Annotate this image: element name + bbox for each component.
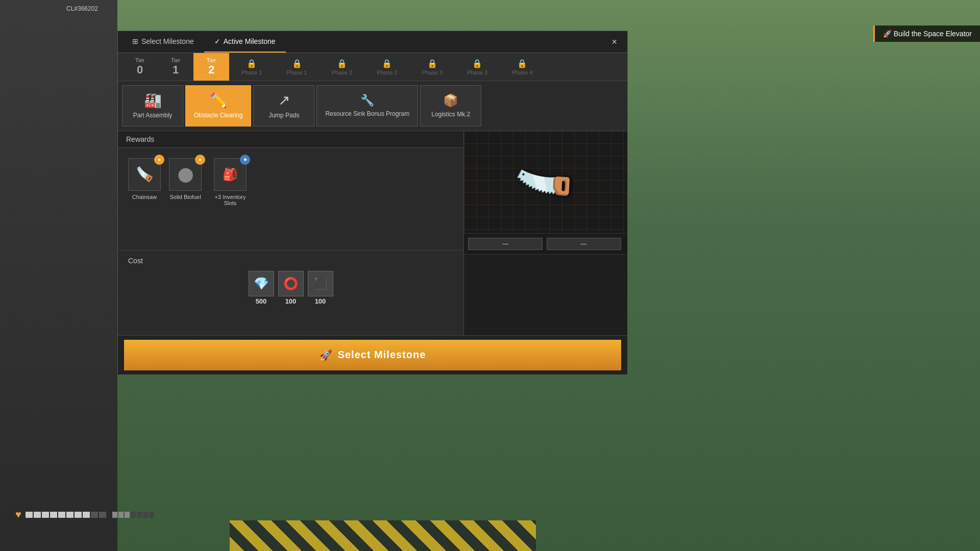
phase-lock-5[interactable]: 🔒 Phase 3: [410, 53, 455, 81]
milestone-obstacle-clearing[interactable]: ✏️ Obstacle Clearing: [185, 85, 251, 127]
tier-1-button[interactable]: Tier 1: [158, 53, 193, 81]
obstacle-clearing-label: Obstacle Clearing: [194, 112, 242, 120]
hud-seg2-6: [143, 512, 148, 518]
milestone-resource-sink[interactable]: 🔧 Resource Sink Bonus Program: [316, 85, 418, 127]
chainsaw-icon-wrap: 🪚 ●: [128, 158, 161, 191]
solid-biofuel-badge: ●: [195, 155, 205, 165]
hud-seg2-4: [131, 512, 136, 518]
hud-seg2-5: [137, 512, 142, 518]
health-seg-3: [42, 512, 49, 518]
rewards-area: 🪚 ● Chainsaw ⬤ ● Solid Biofuel 🎒 ★: [118, 148, 463, 250]
resource-sink-icon: 🔧: [360, 94, 374, 107]
tab-active-milestone[interactable]: ✓ Active Milestone: [204, 31, 286, 53]
reward-solid-biofuel: ⬤ ● Solid Biofuel: [169, 158, 202, 240]
rocket-icon: 🚀: [320, 349, 333, 361]
health-seg-1: [26, 512, 33, 518]
phase-lock-6[interactable]: 🔒 Phase 3: [455, 53, 500, 81]
iron-rods-icon-symbol: ⭕: [283, 277, 299, 291]
obstacle-clearing-icon: ✏️: [209, 92, 227, 109]
hud-seg2-7: [149, 512, 154, 518]
cost-iron-rods: ⭕ 100: [278, 271, 304, 305]
iron-plates-icon: 💎: [249, 271, 274, 296]
hud-seg2-2: [118, 512, 124, 518]
wire-icon-symbol: ⬛: [313, 277, 327, 290]
preview-btn-1[interactable]: —: [468, 238, 543, 250]
lock-icon-2: 🔒: [292, 59, 302, 68]
floor-hazard: [230, 520, 536, 551]
tab-active-label: Active Milestone: [224, 37, 276, 45]
phase-lock-6-label: Phase 3: [467, 69, 487, 76]
hud-seg2-3: [125, 512, 130, 518]
part-assembly-icon: 🏭: [144, 92, 162, 109]
select-milestone-button[interactable]: 🚀 Select Milestone: [124, 340, 621, 370]
milestone-jump-pads[interactable]: ↗ Jump Pads: [253, 85, 314, 127]
phase-lock-2[interactable]: 🔒 Phase 1: [274, 53, 319, 81]
tab-select-label: Select Milestone: [141, 37, 194, 45]
tier-0-label: Tier: [135, 57, 145, 63]
health-seg-6: [66, 512, 74, 518]
health-bar: [26, 512, 106, 518]
lock-icon-1: 🔒: [247, 59, 257, 68]
hud-bottom: ♥: [15, 509, 154, 520]
jump-pads-label: Jump Pads: [268, 112, 299, 120]
phase-lock-7[interactable]: 🔒 Phase 4: [500, 53, 545, 81]
lock-icon-6: 🔒: [472, 59, 482, 68]
reward-chainsaw: 🪚 ● Chainsaw: [128, 158, 161, 240]
jump-pads-icon: ↗: [278, 92, 290, 109]
tier-0-num: 0: [137, 63, 143, 77]
iron-plates-amount: 500: [256, 297, 267, 305]
inventory-slots-icon-wrap: 🎒 ★: [214, 158, 247, 191]
wire-icon: ⬛: [308, 271, 333, 296]
phase-lock-1-label: Phase 1: [241, 69, 262, 76]
phase-lock-7-label: Phase 4: [512, 69, 532, 76]
modal-tabs: ⊞ Select Milestone ✓ Active Milestone ×: [118, 31, 627, 53]
lock-icon-5: 🔒: [427, 59, 437, 68]
preview-btn-2[interactable]: —: [547, 238, 621, 250]
health-seg-9: [91, 512, 98, 518]
select-milestone-label: Select Milestone: [338, 349, 426, 361]
milestone-logistics-mk2[interactable]: 📦 Logistics Mk.2: [420, 85, 481, 127]
resource-sink-label: Resource Sink Bonus Program: [325, 110, 409, 118]
lock-icon-7: 🔒: [517, 59, 527, 68]
iron-rods-amount: 100: [285, 297, 297, 305]
part-assembly-label: Part Assembly: [133, 112, 173, 120]
health-seg-7: [75, 512, 82, 518]
check-icon: ✓: [214, 37, 220, 45]
tier-2-label: Tier: [207, 57, 216, 63]
tier-1-num: 1: [173, 63, 179, 77]
chainsaw-label: Chainsaw: [132, 194, 157, 200]
phase-lock-3[interactable]: 🔒 Phase 2: [320, 53, 364, 81]
tier-row: Tier 0 Tier 1 Tier 2 🔒 Phase 1 🔒 Phase 1…: [118, 53, 627, 81]
close-button[interactable]: ×: [605, 33, 623, 52]
iron-rods-icon: ⭕: [278, 271, 304, 296]
logistics-mk2-icon: 📦: [443, 93, 458, 108]
objective-icon: 🚀: [883, 30, 894, 38]
phase-lock-2-label: Phase 1: [286, 69, 307, 76]
solid-biofuel-label: Solid Biofuel: [169, 194, 201, 200]
chainsaw-icon: 🪚: [136, 166, 154, 183]
logistics-mk2-label: Logistics Mk.2: [431, 111, 470, 119]
milestone-part-assembly[interactable]: 🏭 Part Assembly: [122, 85, 183, 127]
solid-biofuel-icon-wrap: ⬤ ●: [169, 158, 202, 191]
milestone-modal: ⊞ Select Milestone ✓ Active Milestone × …: [117, 31, 628, 375]
left-panel: [0, 0, 117, 551]
tier-2-button[interactable]: Tier 2: [193, 53, 229, 81]
tier-0-button[interactable]: Tier 0: [122, 53, 158, 81]
inventory-slots-icon: 🎒: [223, 167, 238, 182]
tab-select-milestone[interactable]: ⊞ Select Milestone: [122, 31, 204, 53]
lock-icon-4: 🔒: [382, 59, 392, 68]
phase-lock-4-label: Phase 2: [377, 69, 397, 76]
preview-controls: — —: [464, 233, 627, 254]
health-seg-10: [99, 512, 106, 518]
cost-area: Cost 💎 500 ⭕ 100: [118, 250, 463, 311]
phase-lock-5-label: Phase 3: [422, 69, 443, 76]
cost-header: Cost: [128, 257, 453, 267]
phase-lock-1[interactable]: 🔒 Phase 1: [229, 53, 274, 81]
chainsaw-badge: ●: [154, 155, 164, 165]
phase-lock-4[interactable]: 🔒 Phase 2: [364, 53, 409, 81]
lock-icon-3: 🔒: [337, 59, 347, 68]
rewards-header: Rewards: [118, 131, 463, 148]
reward-inventory-slots: 🎒 ★ +3 Inventory Slots: [210, 158, 251, 240]
modal-right: 🪚 — —: [464, 131, 627, 335]
modal-footer: 🚀 Select Milestone: [118, 335, 627, 374]
